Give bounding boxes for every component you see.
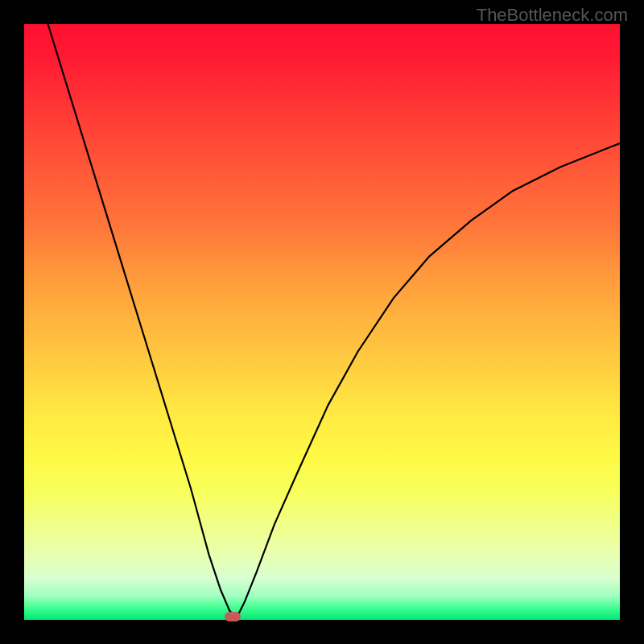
- bottleneck-curve: [24, 24, 620, 620]
- optimal-point-marker: [225, 612, 241, 621]
- watermark-text: TheBottleneck.com: [477, 5, 628, 26]
- chart-plot-area: [24, 24, 620, 620]
